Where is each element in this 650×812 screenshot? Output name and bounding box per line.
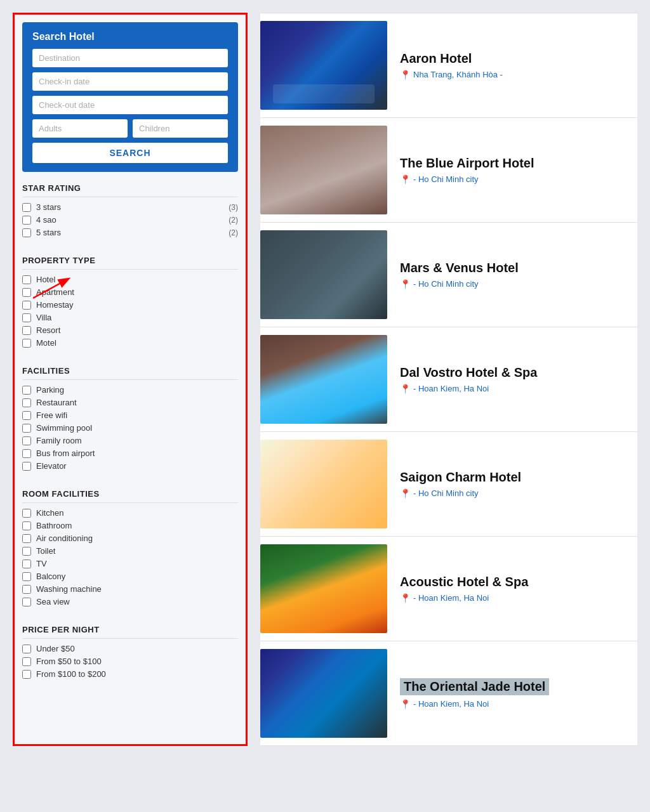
checkbox-toilet[interactable] — [22, 547, 31, 556]
checkbox-motel[interactable] — [22, 339, 31, 348]
hotel-location-saigon-charm: 📍 - Ho Chi Minh city — [400, 488, 637, 499]
label-restaurant: Restaurant — [36, 398, 77, 407]
hotel-location-acoustic: 📍 - Hoan Kiem, Ha Noi — [400, 593, 637, 603]
label-homestay: Homestay — [36, 300, 74, 310]
label-washing-machine: Washing machine — [36, 584, 102, 594]
filter-bathroom: Bathroom — [22, 521, 238, 530]
checkbox-air-conditioning[interactable] — [22, 534, 31, 543]
checkbox-free-wifi[interactable] — [22, 411, 31, 420]
filter-tv: TV — [22, 559, 238, 568]
checkbox-homestay[interactable] — [22, 301, 31, 310]
location-icon-saigon-charm: 📍 — [400, 488, 411, 499]
price-section: PRICE PER NIGHT Under $50 From $50 to $1… — [22, 625, 238, 687]
filter-kitchen: Kitchen — [22, 508, 238, 518]
hotel-card-aaron[interactable]: Aaron Hotel 📍 Nha Trang, Khánh Hòa - — [260, 13, 637, 118]
filter-balcony: Balcony — [22, 572, 238, 581]
checkbox-swimming-pool[interactable] — [22, 424, 31, 433]
checkbox-5stars[interactable] — [22, 228, 31, 237]
checkbox-elevator[interactable] — [22, 462, 31, 471]
location-icon-dal-vostro: 📍 — [400, 384, 411, 394]
hotel-name-blue-airport: The Blue Airport Hotel — [400, 156, 637, 171]
search-button[interactable]: SEARCH — [32, 143, 228, 163]
hotel-card-saigon-charm[interactable]: Saigon Charm Hotel 📍 - Ho Chi Minh city — [260, 432, 637, 537]
checkout-input[interactable] — [32, 96, 228, 114]
filter-sea-view: Sea view — [22, 597, 238, 606]
checkbox-resort[interactable] — [22, 326, 31, 335]
hotel-info-aaron: Aaron Hotel 📍 Nha Trang, Khánh Hòa - — [400, 51, 637, 80]
filter-4sao: 4 sao (2) — [22, 215, 238, 225]
search-title: Search Hotel — [32, 31, 228, 43]
label-tv: TV — [36, 559, 47, 568]
checkbox-under-50[interactable] — [22, 645, 31, 653]
checkin-input[interactable] — [32, 72, 228, 91]
checkbox-50-100[interactable] — [22, 657, 31, 666]
checkbox-villa[interactable] — [22, 313, 31, 322]
room-facilities-heading: ROOM FACILITIES — [22, 489, 238, 503]
filter-air-conditioning: Air conditioning — [22, 534, 238, 543]
adults-input[interactable] — [32, 119, 128, 138]
checkbox-hotel[interactable] — [22, 275, 31, 284]
hotel-image-saigon-charm — [260, 440, 387, 528]
hotel-image-blue-airport — [260, 126, 387, 214]
hotel-name-acoustic: Acoustic Hotel & Spa — [400, 575, 637, 589]
star-rating-section: STAR RATING 3 stars (3) 4 sao (2) 5 star… — [22, 183, 238, 246]
destination-input[interactable] — [32, 49, 228, 67]
label-sea-view: Sea view — [36, 597, 70, 606]
checkbox-kitchen[interactable] — [22, 509, 31, 518]
filter-motel: Motel — [22, 338, 238, 348]
filter-villa: Villa — [22, 313, 238, 322]
hotel-info-oriental-jade: The Oriental Jade Hotel 📍 - Hoan Kiem, H… — [400, 678, 637, 709]
checkbox-tv[interactable] — [22, 560, 31, 568]
location-icon-aaron: 📍 — [400, 70, 411, 80]
label-5stars: 5 stars — [36, 228, 61, 237]
label-under-50: Under $50 — [36, 644, 75, 653]
hotel-card-mars-venus[interactable]: Mars & Venus Hotel 📍 - Ho Chi Minh city — [260, 223, 637, 327]
count-3stars: (3) — [229, 203, 238, 212]
label-100-200: From $100 to $200 — [36, 669, 106, 679]
hotel-name-oriental-jade: The Oriental Jade Hotel — [400, 678, 549, 695]
hotel-info-dal-vostro: Dal Vostro Hotel & Spa 📍 - Hoan Kiem, Ha… — [400, 365, 637, 394]
checkbox-balcony[interactable] — [22, 572, 31, 581]
location-icon-oriental-jade: 📍 — [400, 699, 411, 709]
hotel-location-dal-vostro: 📍 - Hoan Kiem, Ha Noi — [400, 384, 637, 394]
checkbox-bus-airport[interactable] — [22, 449, 31, 458]
label-3stars: 3 stars — [36, 202, 61, 212]
checkbox-4sao[interactable] — [22, 216, 31, 225]
checkbox-sea-view[interactable] — [22, 598, 31, 606]
hotel-info-saigon-charm: Saigon Charm Hotel 📍 - Ho Chi Minh city — [400, 470, 637, 499]
label-parking: Parking — [36, 385, 64, 395]
label-bathroom: Bathroom — [36, 521, 72, 530]
label-free-wifi: Free wifi — [36, 410, 67, 420]
label-4sao: 4 sao — [36, 215, 56, 225]
hotel-location-aaron: 📍 Nha Trang, Khánh Hòa - — [400, 70, 637, 80]
checkbox-100-200[interactable] — [22, 670, 31, 679]
count-5stars: (2) — [229, 228, 238, 237]
checkbox-family-room[interactable] — [22, 436, 31, 445]
filter-under-50: Under $50 — [22, 644, 238, 653]
label-apartment: Apartment — [36, 287, 74, 297]
hotel-city-oriental-jade: - Hoan Kiem, Ha Noi — [413, 699, 489, 709]
hotel-card-blue-airport[interactable]: The Blue Airport Hotel 📍 - Ho Chi Minh c… — [260, 118, 637, 223]
filter-bus-airport: Bus from airport — [22, 449, 238, 458]
hotel-city-acoustic: - Hoan Kiem, Ha Noi — [413, 593, 489, 603]
hotel-card-dal-vostro[interactable]: Dal Vostro Hotel & Spa 📍 - Hoan Kiem, Ha… — [260, 327, 637, 432]
children-input[interactable] — [133, 119, 228, 138]
checkbox-bathroom[interactable] — [22, 521, 31, 530]
location-icon-acoustic: 📍 — [400, 593, 411, 603]
filter-apartment: Apartment — [22, 287, 238, 297]
hotel-card-oriental-jade[interactable]: The Oriental Jade Hotel 📍 - Hoan Kiem, H… — [260, 641, 637, 746]
label-villa: Villa — [36, 313, 51, 322]
location-icon-blue-airport: 📍 — [400, 174, 411, 185]
hotel-name-aaron: Aaron Hotel — [400, 51, 637, 66]
checkbox-restaurant[interactable] — [22, 398, 31, 407]
label-bus-airport: Bus from airport — [36, 449, 95, 458]
checkbox-apartment[interactable] — [22, 288, 31, 297]
label-swimming-pool: Swimming pool — [36, 423, 92, 433]
label-50-100: From $50 to $100 — [36, 657, 102, 666]
hotel-image-acoustic — [260, 544, 387, 633]
checkbox-parking[interactable] — [22, 386, 31, 395]
hotel-card-acoustic[interactable]: Acoustic Hotel & Spa 📍 - Hoan Kiem, Ha N… — [260, 537, 637, 641]
filter-5stars: 5 stars (2) — [22, 228, 238, 237]
checkbox-washing-machine[interactable] — [22, 585, 31, 594]
checkbox-3stars[interactable] — [22, 203, 31, 212]
